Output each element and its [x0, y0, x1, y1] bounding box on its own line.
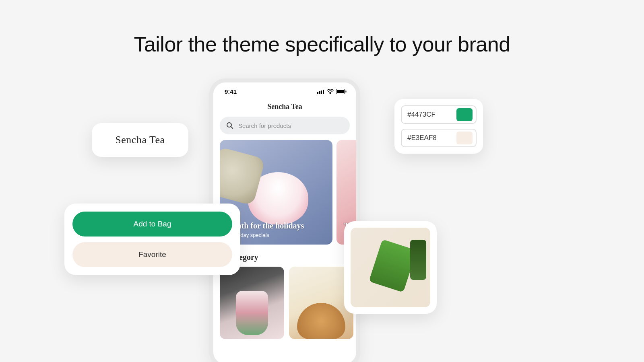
hero-title: armth for the holidays	[227, 221, 325, 230]
color-input[interactable]: #E3EAF8	[401, 129, 477, 147]
color-input[interactable]: #4473CF	[401, 105, 477, 124]
battery-icon	[336, 89, 347, 94]
color-swatch	[456, 108, 473, 121]
svg-rect-2	[346, 90, 347, 93]
search-input[interactable]: Search for products	[220, 117, 350, 134]
hero-subtitle: w holiday specials	[227, 232, 325, 238]
app-title: Sencha Tea	[213, 100, 356, 117]
add-to-bag-button[interactable]: Add to Bag	[72, 212, 232, 237]
color-hex-label: #E3EAF8	[407, 134, 451, 142]
status-time: 9:41	[225, 88, 317, 95]
page-headline: Tailor the theme specifically to your br…	[0, 32, 644, 56]
svg-line-4	[231, 127, 233, 128]
color-picker-card: #4473CF #E3EAF8	[394, 99, 483, 154]
sample-image-card	[344, 221, 437, 314]
buttons-card: Add to Bag Favorite	[64, 204, 240, 275]
category-card[interactable]	[289, 267, 353, 339]
brand-logo: Sencha Tea	[115, 134, 165, 146]
color-hex-label: #4473CF	[407, 111, 451, 119]
category-card[interactable]	[220, 267, 284, 339]
svg-rect-1	[337, 90, 345, 93]
sample-image	[351, 228, 430, 307]
favorite-button[interactable]: Favorite	[72, 242, 232, 267]
wifi-icon	[327, 89, 334, 94]
status-bar: 9:41	[213, 82, 356, 100]
search-icon	[226, 122, 233, 129]
signal-icon	[317, 89, 324, 94]
brand-name-card: Sencha Tea	[92, 123, 188, 157]
color-swatch	[456, 132, 473, 144]
search-placeholder: Search for products	[238, 122, 291, 129]
